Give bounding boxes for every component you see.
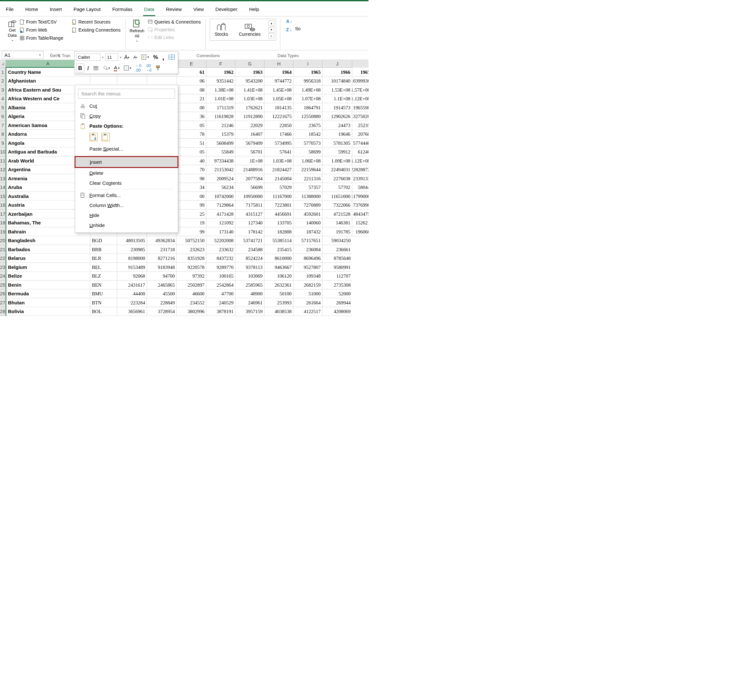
cell[interactable]: 50100 bbox=[265, 290, 293, 299]
row-header[interactable]: 7 bbox=[0, 121, 6, 130]
cell[interactable]: 12221675 bbox=[265, 112, 293, 121]
cell[interactable]: 106120 bbox=[265, 272, 293, 281]
sort-asc-button[interactable]: A↓ bbox=[286, 19, 293, 24]
cell[interactable]: 8610000 bbox=[265, 254, 293, 263]
cell[interactable]: 7270889 bbox=[293, 201, 323, 210]
cell[interactable]: 57357 bbox=[293, 183, 323, 192]
cell[interactable]: 2431617 bbox=[118, 281, 147, 290]
cell[interactable]: 173140 bbox=[206, 227, 236, 236]
cell[interactable]: 1.57E+08 bbox=[352, 85, 368, 94]
cell[interactable]: 59912 bbox=[323, 148, 352, 157]
tab-insert[interactable]: Insert bbox=[49, 4, 63, 16]
cell[interactable]: Bhutan bbox=[6, 298, 90, 307]
cell[interactable]: 2632361 bbox=[265, 281, 293, 290]
font-size-input[interactable] bbox=[105, 53, 118, 61]
row-header[interactable]: 5 bbox=[0, 103, 6, 112]
cell[interactable]: 17466 bbox=[265, 130, 293, 139]
cell[interactable]: 8524224 bbox=[236, 254, 265, 263]
cell[interactable]: 50752150 bbox=[177, 236, 206, 246]
cell[interactable]: 00 bbox=[177, 103, 206, 112]
cell[interactable]: 2502897 bbox=[177, 281, 206, 290]
row-header[interactable]: 27 bbox=[0, 298, 6, 307]
cell[interactable]: 21824427 bbox=[265, 165, 293, 174]
cell[interactable]: 1.53E+08 bbox=[323, 85, 352, 94]
cell[interactable]: 223284 bbox=[118, 298, 147, 307]
cell[interactable]: 4456691 bbox=[265, 210, 293, 219]
cell[interactable]: 9183948 bbox=[147, 263, 177, 272]
cell[interactable]: 23675 bbox=[293, 121, 323, 130]
cell[interactable]: 52202008 bbox=[206, 236, 236, 246]
row-header[interactable]: 22 bbox=[0, 254, 6, 263]
cell[interactable]: 2077584 bbox=[236, 174, 265, 183]
cell[interactable]: 103069 bbox=[236, 272, 265, 281]
delete-menu-item[interactable]: Delete bbox=[75, 168, 178, 178]
clear-contents-menu-item[interactable]: Clear Contents bbox=[75, 178, 178, 188]
cell[interactable]: 21246 bbox=[206, 121, 236, 130]
row-header[interactable]: 15 bbox=[0, 192, 6, 201]
cell[interactable]: Bolivia bbox=[6, 307, 90, 316]
cell[interactable]: 7223801 bbox=[265, 201, 293, 210]
cell[interactable]: 9744772 bbox=[265, 77, 293, 86]
cell[interactable]: 178142 bbox=[236, 227, 265, 236]
row-header[interactable]: 6 bbox=[0, 112, 6, 121]
cell[interactable]: 231718 bbox=[147, 245, 177, 254]
row-header[interactable]: 13 bbox=[0, 174, 6, 183]
cell[interactable]: 232623 bbox=[177, 245, 206, 254]
cell[interactable]: Bermuda bbox=[6, 290, 90, 299]
cell[interactable]: Benin bbox=[6, 281, 90, 290]
cell[interactable]: 47700 bbox=[206, 290, 236, 299]
select-all-corner[interactable] bbox=[0, 60, 6, 68]
cell[interactable]: 25 bbox=[177, 210, 206, 219]
cell[interactable]: 9543200 bbox=[236, 77, 265, 86]
cell[interactable]: 70 bbox=[177, 165, 206, 174]
cell[interactable]: 2339133 bbox=[352, 174, 368, 183]
cell[interactable]: 55849 bbox=[206, 148, 236, 157]
cell[interactable]: 1963 bbox=[236, 68, 265, 77]
cell[interactable]: 13275020 bbox=[352, 112, 368, 121]
row-header[interactable]: 10 bbox=[0, 148, 6, 157]
cell[interactable]: 92068 bbox=[118, 272, 147, 281]
cell[interactable]: 52000 bbox=[323, 290, 352, 299]
cell[interactable]: 5679409 bbox=[236, 139, 265, 148]
cell[interactable]: 127340 bbox=[236, 219, 265, 228]
cell[interactable]: 1.01E+08 bbox=[206, 94, 236, 103]
cell[interactable]: 15379 bbox=[206, 130, 236, 139]
cell[interactable]: BOL bbox=[90, 307, 118, 316]
cell[interactable]: 7322066 bbox=[323, 201, 352, 210]
cell[interactable]: 3878191 bbox=[206, 307, 236, 316]
cell[interactable]: 9289770 bbox=[206, 263, 236, 272]
row-header[interactable]: 17 bbox=[0, 210, 6, 219]
from-table-range-button[interactable]: From Table/Range bbox=[19, 35, 64, 41]
cell[interactable]: 12902626 bbox=[323, 112, 352, 121]
stocks-button[interactable]: Stocks bbox=[212, 21, 231, 38]
row-header[interactable]: 24 bbox=[0, 272, 6, 281]
cell[interactable]: 53741721 bbox=[236, 236, 265, 246]
cell[interactable]: 56234 bbox=[206, 183, 236, 192]
cell[interactable]: 10174840 bbox=[323, 77, 352, 86]
row-header[interactable]: 11 bbox=[0, 156, 6, 165]
cell[interactable]: 57641 bbox=[265, 148, 293, 157]
cell[interactable]: 58699 bbox=[293, 148, 323, 157]
cell[interactable]: 16407 bbox=[236, 130, 265, 139]
row-header[interactable]: 9 bbox=[0, 139, 6, 148]
from-text-csv-button[interactable]: From Text/CSV bbox=[19, 19, 64, 25]
cell[interactable]: 48013505 bbox=[118, 236, 147, 246]
cell[interactable]: 1.12E+08 bbox=[352, 156, 368, 165]
cell[interactable]: 1965598 bbox=[352, 103, 368, 112]
cell[interactable]: 59034250 bbox=[323, 236, 352, 246]
row-header[interactable]: 4 bbox=[0, 94, 6, 103]
cell[interactable] bbox=[147, 77, 177, 86]
cell[interactable]: 49362834 bbox=[147, 236, 177, 246]
insert-menu-item[interactable]: Insert bbox=[75, 156, 178, 168]
cell[interactable]: 57157651 bbox=[293, 236, 323, 246]
cell[interactable]: Barbados bbox=[6, 245, 90, 254]
decrease-font-icon[interactable]: A▾ bbox=[132, 53, 139, 62]
cell[interactable]: 12550880 bbox=[293, 112, 323, 121]
cell[interactable]: 233632 bbox=[206, 245, 236, 254]
cell[interactable]: 57029 bbox=[265, 183, 293, 192]
paste-option-1[interactable] bbox=[89, 133, 98, 141]
cell[interactable]: 236084 bbox=[293, 245, 323, 254]
row-header[interactable]: 16 bbox=[0, 201, 6, 210]
cell[interactable]: 24473 bbox=[323, 121, 352, 130]
get-data-button[interactable]: Get Data ⌄ bbox=[8, 19, 17, 42]
